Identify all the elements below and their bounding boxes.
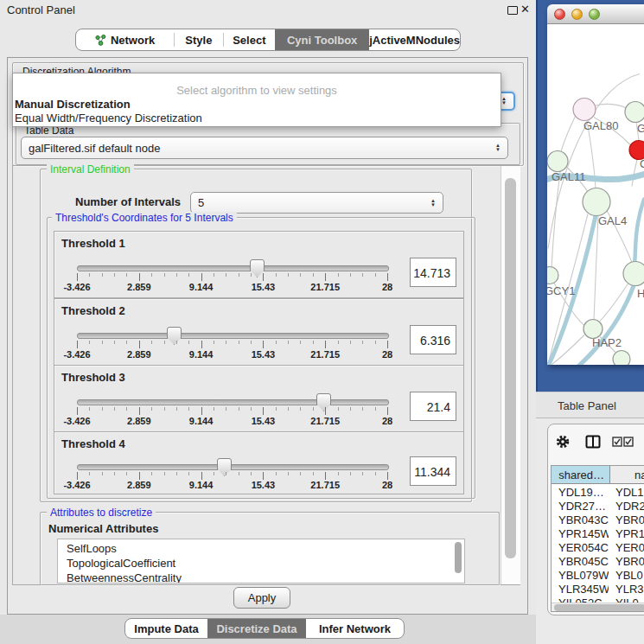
node-label-gal4: GAL4: [598, 214, 627, 227]
list-item-betweennesscentrality[interactable]: BetweennessCentrality: [58, 571, 464, 583]
network-window-titlebar[interactable]: [547, 4, 644, 24]
table-cell[interactable]: YBL079W: [558, 569, 609, 583]
tab-cyni-label: Cyni Toolbox: [287, 34, 357, 47]
checkbox-checked-icon[interactable]: [623, 437, 634, 447]
threshold-1-slider[interactable]: [77, 265, 389, 271]
gear-icon[interactable]: [555, 434, 571, 450]
popup-option-manual[interactable]: Manual Discretization: [15, 98, 131, 111]
tick-label: 2.859: [127, 416, 151, 426]
threshold-3-value-field[interactable]: 21.4: [410, 392, 456, 421]
table-cell[interactable]: YDL19…: [558, 486, 609, 500]
table-cell[interactable]: YER0: [615, 541, 644, 555]
table-cell[interactable]: YER054C: [558, 541, 609, 555]
node-label-c: C: [640, 157, 644, 170]
threshold-2-panel: Threshold 2 -3.426 2.859 9.144 15.43 21.…: [54, 298, 464, 366]
tick-label: -3.426: [63, 282, 90, 292]
tab-jactivemnodules[interactable]: jActiveMNodules: [369, 29, 460, 50]
float-window-icon[interactable]: [507, 6, 518, 15]
screen: Control Panel ✕ Network Style Select Cyn…: [0, 0, 644, 644]
table-cell[interactable]: YDL1: [615, 486, 644, 500]
apply-button[interactable]: Apply: [233, 587, 290, 609]
node-gal11: [547, 151, 568, 172]
tick-label: 9.144: [189, 349, 214, 360]
column-header-name[interactable]: na: [610, 466, 644, 484]
table-panel-header: Table Panel: [536, 392, 644, 418]
node-label-h: H: [637, 287, 644, 300]
table-data-combo[interactable]: galFiltered.sif default node: [21, 137, 508, 159]
list-item-selfloops[interactable]: SelfLoops: [58, 541, 464, 556]
table-cell[interactable]: YBR0: [615, 555, 644, 569]
popup-option-equal-width[interactable]: Equal Width/Frequency Discretization: [15, 112, 202, 124]
tick-label: 9.144: [189, 282, 214, 292]
table-cell[interactable]: YBR0: [615, 513, 644, 527]
threshold-4-panel: Threshold 4 -3.426 2.859 9.144 15.43 21.…: [54, 431, 464, 494]
node-bottom: [613, 351, 630, 366]
threshold-2-ticks: [77, 341, 388, 348]
checkbox-checked-icon[interactable]: [612, 437, 622, 447]
tab-infer-network[interactable]: Infer Network: [306, 619, 404, 638]
node-label-hap2: HAP2: [592, 336, 622, 349]
threshold-4-label: Threshold 4: [61, 437, 125, 450]
threshold-2-value-field[interactable]: 6.316: [410, 325, 456, 354]
tick-label: 2.859: [127, 480, 151, 490]
tick-label: -3.426: [63, 480, 90, 490]
table-cell[interactable]: YBL0: [615, 569, 644, 583]
columns-icon[interactable]: [585, 434, 601, 450]
attributes-list-scrollbar-thumb[interactable]: [455, 542, 462, 573]
main-scrollbar-thumb[interactable]: [505, 178, 516, 558]
node-label-gal80: GAL80: [583, 119, 618, 132]
tab-impute-data[interactable]: Impute Data: [125, 619, 207, 638]
column-header-shared-name[interactable]: shared…: [552, 466, 610, 484]
network-nodes[interactable]: [547, 99, 644, 366]
tick-label: 21.715: [310, 349, 340, 360]
table-hscrollbar-thumb[interactable]: [554, 604, 644, 611]
table-cell[interactable]: YDR2: [615, 500, 644, 513]
traffic-light-zoom[interactable]: [589, 9, 600, 20]
tick-label: -3.426: [63, 416, 90, 426]
tick-label: 21.715: [310, 416, 340, 426]
tab-cyni-toolbox[interactable]: Cyni Toolbox: [275, 29, 369, 50]
tick-label: 15.43: [252, 349, 276, 360]
node-gal4: [583, 188, 610, 216]
threshold-4-value-field[interactable]: 11.344: [410, 456, 456, 486]
threshold-4-slider[interactable]: [77, 464, 389, 470]
threshold-1-value-field[interactable]: 14.713: [410, 258, 456, 287]
attributes-title: Attributes to discretize: [47, 507, 156, 519]
close-icon[interactable]: ✕: [520, 3, 530, 16]
node-gcy1: [547, 267, 558, 284]
table-cell[interactable]: YLR345W: [558, 583, 609, 596]
panel-title: Control Panel: [7, 3, 75, 16]
tick-label: 28: [382, 416, 392, 426]
table-cell[interactable]: YDR27…: [558, 500, 609, 513]
table-cell[interactable]: YBR043C: [558, 513, 609, 527]
algorithm-popup: Select algorithm to view settings Manual…: [12, 73, 501, 127]
table-cell[interactable]: YPR145W: [558, 527, 609, 541]
tab-network[interactable]: Network: [76, 29, 174, 50]
node-label-ga: GA: [637, 122, 644, 135]
traffic-light-minimize[interactable]: [571, 9, 583, 20]
tick-label: 28: [382, 480, 392, 490]
tick-label: 15.43: [252, 282, 276, 292]
table-cell[interactable]: YPR1: [615, 527, 644, 541]
tab-discretize-data[interactable]: Discretize Data: [207, 619, 306, 638]
node-table: shared… na YDL19… YDL1 YDR27… YDR2 YBR04…: [551, 465, 644, 612]
table-cell[interactable]: YBR045C: [558, 555, 609, 569]
tick-label: 15.43: [252, 416, 276, 426]
attributes-list: SelfLoops TopologicalCoefficient Between…: [57, 539, 465, 583]
number-of-intervals-combo[interactable]: 5: [190, 192, 443, 214]
table-cell[interactable]: YLR3: [615, 583, 644, 596]
threshold-2-slider[interactable]: [77, 333, 389, 339]
tick-label: 21.715: [310, 480, 340, 490]
numerical-attributes-heading: Numerical Attributes: [48, 522, 158, 535]
node-right-mid: [623, 262, 644, 286]
tab-style[interactable]: Style: [175, 29, 223, 50]
threshold-3-panel: Threshold 3 -3.426 2.859 9.144 15.43 21.…: [54, 365, 464, 432]
threshold-3-slider[interactable]: [77, 399, 389, 405]
network-canvas[interactable]: GAL80 GA C GAL11 GAL4 GCY1 H HAP2: [547, 24, 644, 365]
tab-select[interactable]: Select: [224, 29, 276, 50]
cyni-bottom-tabs: Impute Data Discretize Data Infer Networ…: [124, 618, 405, 639]
threshold-1-panel: Threshold 1 -3.426 2.859 9.144 15.43 21.…: [54, 231, 464, 298]
node-gal80: [573, 99, 596, 121]
list-item-topologicalcoefficient[interactable]: TopologicalCoefficient: [58, 556, 464, 571]
traffic-light-close[interactable]: [554, 9, 565, 20]
